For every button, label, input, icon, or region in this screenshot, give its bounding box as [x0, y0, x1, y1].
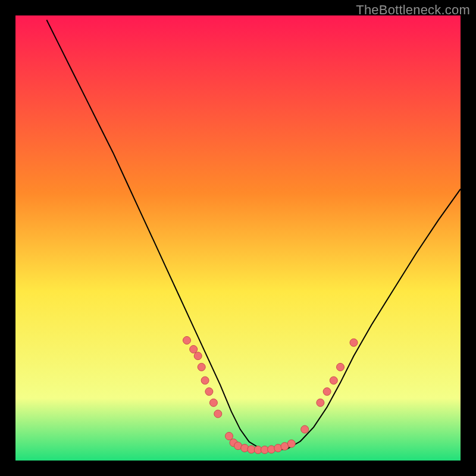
chart-frame: [15, 15, 461, 461]
chart-canvas: [15, 15, 461, 461]
curve-marker: [337, 363, 345, 371]
curve-marker: [330, 377, 337, 384]
curve-marker: [268, 446, 275, 453]
curve-marker: [317, 399, 324, 406]
curve-marker: [323, 388, 331, 396]
curve-marker: [209, 399, 217, 406]
curve-marker: [241, 444, 249, 452]
curve-marker: [226, 432, 233, 440]
curve-marker: [301, 425, 309, 433]
curve-marker: [201, 377, 209, 384]
curve-marker: [205, 388, 213, 396]
gradient-bg: [15, 15, 461, 461]
curve-marker: [198, 363, 205, 371]
curve-marker: [183, 337, 191, 345]
curve-marker: [287, 440, 295, 447]
watermark-text: TheBottleneck.com: [356, 2, 470, 18]
curve-marker: [350, 339, 358, 346]
curve-marker: [194, 352, 202, 360]
curve-marker: [190, 346, 198, 353]
curve-marker: [214, 410, 222, 418]
